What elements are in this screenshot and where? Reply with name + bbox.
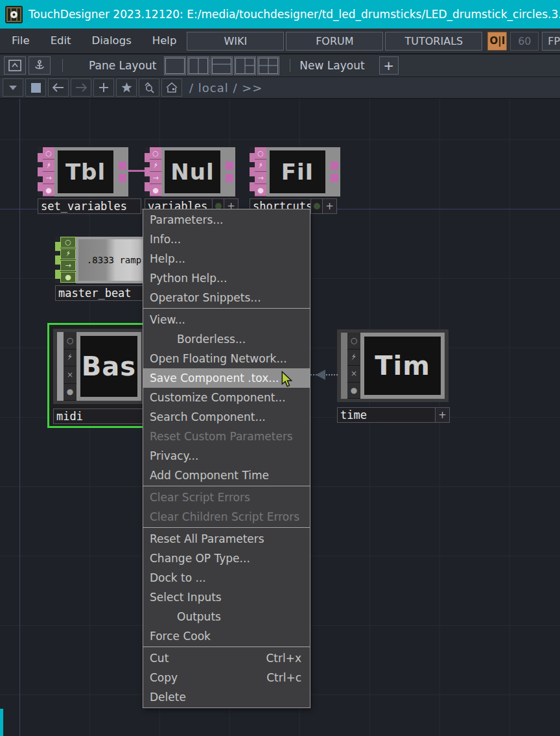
layout-left-right-split-button[interactable] — [234, 56, 256, 75]
expand-button[interactable]: + — [323, 198, 337, 214]
viewer-flag-icon[interactable]: ○ — [347, 333, 360, 350]
bypass-flag-icon[interactable]: → — [255, 172, 266, 184]
node-name-field[interactable]: master_beat — [55, 285, 146, 301]
menu-item-operator-snippets[interactable]: Operator Snippets... — [143, 288, 310, 307]
menu-item-open-floating-network[interactable]: Open Floating Network... — [143, 349, 310, 368]
flash-flag-icon[interactable] — [347, 350, 360, 366]
node-name-field[interactable]: set_variables — [38, 198, 141, 214]
bookmark-button[interactable] — [116, 78, 137, 97]
forward-button[interactable] — [71, 78, 91, 97]
tutorials-button[interactable]: TUTORIALS — [385, 32, 482, 51]
flash-flag-icon[interactable] — [150, 160, 161, 172]
midi-io-indicator[interactable]: O|I — [487, 32, 507, 51]
input-connectors[interactable] — [57, 332, 64, 401]
network-path[interactable]: / local / >> — [189, 81, 262, 95]
menu-item-delete[interactable]: Delete — [143, 687, 310, 707]
menu-file[interactable]: File — [1, 29, 40, 53]
layout-two-rows-button[interactable] — [211, 56, 233, 75]
lock-flag-icon[interactable]: ● — [255, 184, 266, 196]
viewer-flag-icon[interactable]: ○ — [64, 332, 76, 350]
pane-type-button[interactable] — [25, 78, 46, 97]
output-connectors[interactable] — [329, 147, 340, 196]
bypass-flag-icon[interactable]: × — [64, 366, 76, 384]
layout-two-columns-button[interactable] — [187, 56, 209, 75]
menu-edit[interactable]: Edit — [40, 29, 82, 53]
menu-item-view[interactable]: View... — [143, 310, 310, 329]
viewer-flag-icon[interactable]: ○ — [255, 147, 266, 160]
menu-item-add-component-time[interactable]: Add Component Time — [143, 466, 310, 485]
layout-grid-button[interactable] — [257, 56, 279, 75]
viewer-flag-icon[interactable]: ○ — [43, 147, 54, 160]
input-connectors[interactable] — [55, 237, 60, 283]
menu-item-change-op-type[interactable]: Change OP Type... — [143, 549, 310, 568]
node-set-variables[interactable]: ○ → ● Tbl set_variables — [38, 147, 141, 214]
bypass-flag-icon[interactable]: → — [43, 172, 54, 184]
search-network-button[interactable] — [139, 78, 159, 97]
toolbar-separator — [290, 59, 290, 72]
pane-layout-toolbar: Pane Layout New Layout + — [0, 54, 560, 77]
menu-item-dock-to[interactable]: Dock to ... — [143, 568, 310, 588]
lock-flag-icon[interactable]: ● — [64, 384, 76, 401]
menu-item-parameters[interactable]: Parameters... — [143, 210, 310, 230]
input-connectors[interactable] — [145, 147, 150, 196]
node-name-field[interactable]: midi — [53, 409, 145, 424]
lock-flag-icon[interactable]: ● — [347, 383, 360, 399]
input-connectors[interactable] — [341, 333, 347, 399]
viewer-flag-icon[interactable]: ○ — [150, 147, 161, 160]
forum-button[interactable]: FORUM — [286, 32, 383, 51]
back-button[interactable] — [48, 78, 69, 97]
input-connectors[interactable] — [38, 147, 43, 196]
flash-flag-icon[interactable] — [43, 160, 54, 172]
search-icon — [143, 82, 155, 93]
bypass-flag-icon[interactable]: → — [60, 260, 76, 271]
anchor-pane-button[interactable] — [29, 56, 51, 75]
lock-flag-icon[interactable]: ● — [43, 184, 54, 196]
output-connectors[interactable] — [117, 147, 128, 196]
add-operator-button[interactable] — [93, 78, 114, 97]
menu-item-force-cook[interactable]: Force Cook — [143, 626, 310, 646]
expand-button[interactable]: + — [436, 407, 450, 423]
menu-item-search-component[interactable]: Search Component... — [143, 407, 310, 427]
menu-item-reset-all-parameters[interactable]: Reset All Parameters — [143, 529, 310, 549]
bypass-flag-icon[interactable]: → — [150, 172, 161, 184]
viewer-flag-icon[interactable]: ○ — [60, 237, 76, 248]
network-editor[interactable]: ○ → ● Tbl set_variables ○ → ● Nul va — [0, 99, 560, 736]
node-master-beat[interactable]: ○ → ● .8333 ramp master_beat — [55, 237, 152, 301]
bypass-flag-icon[interactable]: × — [347, 366, 360, 383]
menu-item-cut[interactable]: CutCtrl+x — [143, 648, 310, 668]
maximize-pane-button[interactable] — [4, 56, 26, 75]
menu-item-help[interactable]: Help... — [143, 249, 310, 268]
node-name-field[interactable]: time — [337, 407, 436, 423]
pane-menu-button[interactable] — [3, 78, 23, 97]
node-variables[interactable]: ○ → ● Nul variables + — [145, 147, 239, 214]
node-midi-selected[interactable]: ○ × ● Bas midi — [47, 323, 151, 428]
node-shortcuts[interactable]: ○ → ● FiI shortcuts + — [250, 147, 337, 214]
flash-flag-icon[interactable] — [64, 350, 76, 367]
output-connectors[interactable] — [224, 147, 235, 196]
menu-help[interactable]: Help — [142, 29, 187, 53]
menu-item-copy[interactable]: CopyCtrl+c — [143, 668, 310, 687]
node-time[interactable]: ○ × ● Tim time + — [337, 329, 450, 423]
menu-item-privacy[interactable]: Privacy... — [143, 446, 310, 466]
flash-flag-icon[interactable] — [255, 160, 266, 172]
pane-layout-label: Pane Layout — [89, 59, 156, 72]
layout-single-button[interactable] — [164, 56, 186, 75]
menu-item-info[interactable]: Info... — [143, 230, 310, 249]
grid-axis-vertical — [19, 99, 20, 736]
input-connectors[interactable] — [250, 147, 255, 196]
menu-item-python-help[interactable]: Python Help... — [143, 268, 310, 288]
lock-flag-icon[interactable]: ● — [60, 272, 76, 283]
flash-flag-icon[interactable] — [60, 248, 76, 259]
title-bar[interactable]: TouchDesigner 2023.12120: E:/media/touch… — [0, 0, 560, 29]
new-layout-add-button[interactable]: + — [379, 56, 399, 75]
fps-label-button[interactable]: FPS — [542, 32, 560, 51]
home-button[interactable] — [161, 78, 182, 97]
menu-item-borderless[interactable]: Borderless... — [143, 329, 310, 349]
menu-item-customize-component[interactable]: Customize Component... — [143, 388, 310, 407]
wiki-button[interactable]: WIKI — [187, 32, 284, 51]
node-type-label: Bas — [82, 351, 136, 381]
menu-item-select-inputs[interactable]: Select Inputs — [143, 588, 310, 607]
lock-flag-icon[interactable]: ● — [150, 184, 161, 196]
menu-dialogs[interactable]: Dialogs — [82, 29, 142, 53]
menu-item-select-outputs[interactable]: Outputs — [143, 607, 310, 626]
